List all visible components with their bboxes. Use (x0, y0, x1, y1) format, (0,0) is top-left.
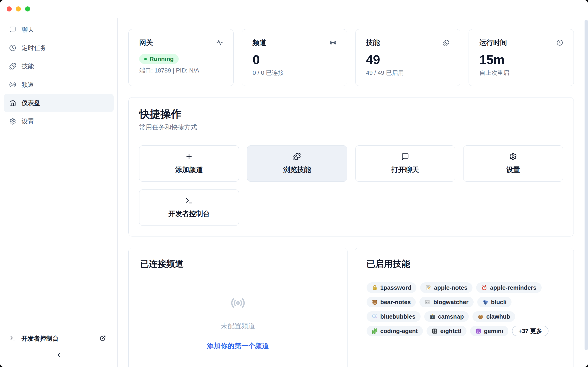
quick-action-dev-console[interactable]: 开发者控制台 (139, 190, 239, 226)
package-emoji-icon (477, 314, 484, 320)
skill-chip-blucli: blucli (477, 297, 512, 307)
stat-subtitle: 0 / 0 已连接 (253, 69, 336, 76)
quick-actions-grid: 添加频道浏览技能打开聊天设置开发者控制台 (139, 145, 563, 226)
sidebar-item-label: 聊天 (22, 25, 34, 34)
skill-chip-label: clawhub (486, 313, 510, 320)
sidebar-item-label: 技能 (22, 62, 34, 70)
skill-chip-label: camsnap (438, 313, 464, 320)
skill-chip-bluebubbles: bluebubbles (367, 311, 421, 322)
quick-action-open-chat[interactable]: 打开聊天 (355, 145, 455, 182)
terminal-icon (185, 197, 193, 205)
skill-chip-label: apple-reminders (490, 284, 536, 291)
radio-icon (231, 296, 245, 310)
puzzle-icon (443, 40, 450, 46)
sidebar-item-label: 频道 (22, 81, 34, 89)
external-link-icon[interactable] (100, 335, 106, 342)
sidebar-item-scheduled-tasks[interactable]: 定时任务 (4, 39, 114, 57)
stat-title: 网关 (139, 39, 153, 47)
quick-action-label: 设置 (506, 165, 520, 175)
connected-channels-title: 已连接频道 (140, 259, 336, 269)
traffic-light-minimize[interactable] (16, 6, 21, 11)
sidebar-item-skills[interactable]: 技能 (4, 57, 114, 75)
quick-actions-card: 快捷操作 常用任务和快捷方式 添加频道浏览技能打开聊天设置开发者控制台 (128, 97, 574, 236)
quick-action-settings[interactable]: 设置 (463, 145, 563, 182)
camera-flash-emoji-icon (429, 314, 435, 320)
skill-chip-apple-reminders: apple-reminders (476, 282, 541, 293)
skill-chip-label: apple-notes (434, 284, 467, 291)
activity-icon (216, 40, 223, 46)
memo-emoji-icon (425, 285, 431, 291)
newspaper-emoji-icon (424, 299, 431, 305)
chat-icon (401, 153, 409, 161)
traffic-light-close[interactable] (7, 6, 12, 11)
blueberries-emoji-icon (482, 299, 489, 305)
chevron-left-icon (56, 352, 62, 359)
stat-card-skills: 技能4949 / 49 已启用 (355, 29, 460, 86)
skill-chip-label: bluebubbles (380, 313, 415, 320)
stat-title: 运行时间 (479, 39, 507, 47)
quick-action-label: 打开聊天 (391, 165, 419, 175)
stat-subtitle: 49 / 49 已启用 (366, 69, 450, 76)
traffic-lights (7, 6, 30, 11)
skill-chip-eightctl: eightctl (426, 326, 467, 336)
sidebar-footer: 开发者控制台 (0, 330, 117, 367)
terminal-icon (10, 335, 16, 341)
skills-more-label: +37 更多 (519, 327, 542, 335)
alarm-clock-emoji-icon (481, 285, 487, 291)
status-dot (144, 58, 147, 60)
sidebar-item-dashboard[interactable]: 仪表盘 (4, 94, 114, 112)
skill-chip-coding-agent: coding-agent (367, 326, 423, 336)
skill-chip-gemini: gemini (470, 326, 508, 336)
channels-empty-text: 未配置频道 (221, 321, 255, 331)
stat-subtitle: 自上次重启 (479, 69, 563, 76)
skill-chip-label: 1password (380, 284, 412, 291)
sidebar-item-settings[interactable]: 设置 (4, 112, 114, 131)
skill-chip-label: bear-notes (380, 299, 411, 306)
skill-chip-blogwatcher: blogwatcher (419, 297, 473, 307)
traffic-light-zoom[interactable] (25, 6, 30, 11)
dev-console-row[interactable]: 开发者控制台 (0, 330, 117, 347)
stat-title: 频道 (253, 39, 267, 47)
skills-chip-list: 1passwordapple-notesapple-remindersbear-… (367, 282, 562, 336)
skill-chip-label: eightctl (440, 327, 461, 335)
skill-chip-label: blogwatcher (433, 299, 468, 306)
puzzle-icon (293, 153, 301, 161)
lock-emoji-icon (372, 285, 378, 291)
sidebar-collapse-button[interactable] (0, 347, 117, 367)
plus-icon (185, 153, 193, 161)
skill-chip-camsnap: camsnap (424, 311, 469, 322)
status-badge-label: Running (149, 56, 174, 63)
enabled-skills-title: 已启用技能 (367, 259, 562, 269)
add-first-channel-link[interactable]: 添加你的第一个频道 (207, 341, 269, 351)
skill-chip-1password: 1password (367, 282, 417, 293)
sidebar-item-channels[interactable]: 频道 (4, 75, 114, 94)
stat-subtitle: 端口: 18789 | PID: N/A (139, 67, 223, 74)
stat-value: 0 (253, 53, 336, 66)
clock-icon (9, 44, 16, 51)
quick-action-label: 浏览技能 (283, 165, 311, 175)
quick-action-browse-skills[interactable]: 浏览技能 (247, 145, 347, 182)
radio-icon (9, 81, 16, 88)
chat-icon (9, 26, 16, 33)
skill-chip-label: gemini (484, 327, 503, 335)
puzzle-icon (9, 63, 16, 70)
gemini-emoji-icon (475, 328, 481, 334)
scrollbar-thumb[interactable] (585, 20, 588, 350)
quick-action-label: 开发者控制台 (168, 209, 210, 219)
terminal-icon (10, 335, 16, 342)
skills-more-chip[interactable]: +37 更多 (512, 326, 548, 336)
quick-action-add-channel[interactable]: 添加频道 (139, 145, 239, 182)
sidebar-nav: 聊天定时任务技能频道仪表盘设置 (0, 18, 117, 330)
radio-icon (231, 296, 245, 311)
quick-actions-title: 快捷操作 (139, 108, 563, 120)
home-icon (9, 100, 16, 106)
bottom-grid: 已连接频道 未配置频道 添加你的第一个频道 已启用技能 1passwordapp… (128, 248, 574, 367)
stat-card-channels: 频道00 / 0 已连接 (242, 29, 347, 86)
sidebar-item-label: 定时任务 (22, 44, 46, 52)
sidebar-item-chat[interactable]: 聊天 (4, 20, 114, 39)
enabled-skills-card: 已启用技能 1passwordapple-notesapple-reminder… (355, 248, 574, 367)
stat-card-gateway: 网关Running端口: 18789 | PID: N/A (128, 29, 233, 86)
titlebar (0, 0, 588, 18)
stat-card-uptime: 运行时间15m自上次重启 (468, 29, 574, 86)
stats-row: 网关Running端口: 18789 | PID: N/A频道00 / 0 已连… (128, 29, 574, 86)
